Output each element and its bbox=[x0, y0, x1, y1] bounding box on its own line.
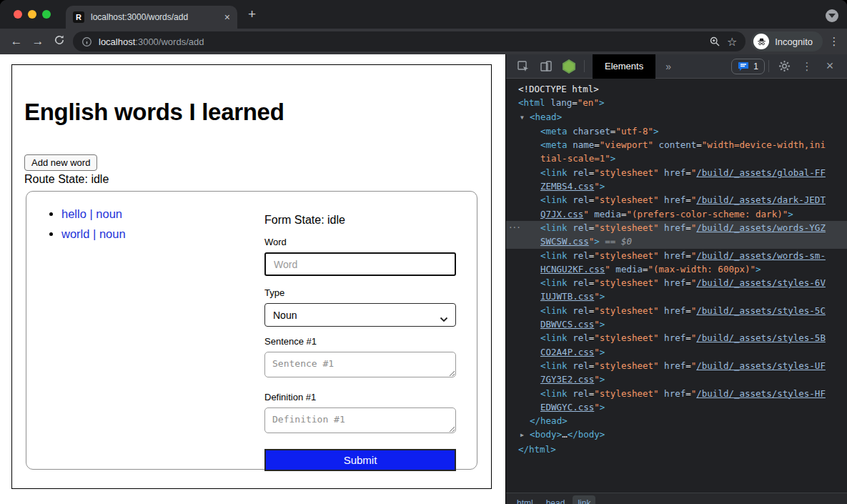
tree-line[interactable]: SWCSW.css"> == $0 bbox=[506, 234, 847, 248]
issues-badge[interactable]: 1 bbox=[731, 59, 765, 74]
tree-line[interactable]: ···<link rel="stylesheet" href="/build/_… bbox=[506, 221, 847, 234]
expand-arrow-icon[interactable]: ▼ bbox=[520, 111, 530, 124]
page-info-icon[interactable] bbox=[81, 36, 92, 47]
tree-line[interactable]: <link rel="stylesheet" href="/build/_ass… bbox=[506, 331, 847, 345]
incognito-badge: Incognito bbox=[751, 31, 823, 51]
incognito-label: Incognito bbox=[775, 36, 813, 47]
tree-line[interactable]: ZEMBS4.css"> bbox=[506, 179, 847, 193]
tree-line[interactable]: HCNGU2KF.css" media="(max-width: 600px)"… bbox=[506, 262, 847, 276]
tree-line[interactable]: IUJWTB.css"> bbox=[506, 290, 847, 303]
tree-line[interactable]: <meta charset="utf-8"> bbox=[506, 124, 847, 138]
tree-line[interactable]: <link rel="stylesheet" href="/build/_ass… bbox=[506, 276, 847, 290]
sentence-textarea[interactable] bbox=[264, 352, 456, 377]
browser-menu-button[interactable]: ⋮ bbox=[827, 35, 841, 48]
definition-field-label: Definition #1 bbox=[264, 392, 456, 403]
reload-button[interactable] bbox=[49, 34, 70, 49]
tree-line[interactable]: <link rel="stylesheet" href="/build/_ass… bbox=[506, 304, 847, 317]
type-select[interactable]: Noun bbox=[264, 303, 456, 327]
traffic-lights bbox=[14, 10, 51, 19]
reload-icon bbox=[54, 34, 65, 46]
breadcrumb-item[interactable]: head bbox=[541, 495, 570, 504]
tree-line[interactable]: Q7JX.css" media="(prefers-color-scheme: … bbox=[506, 207, 847, 221]
tree-line[interactable]: CO2A4P.css"> bbox=[506, 345, 847, 359]
tree-line[interactable]: <link rel="stylesheet" href="/build/_ass… bbox=[506, 166, 847, 179]
collapse-arrow-icon[interactable]: ▶ bbox=[520, 428, 530, 442]
tab-title: localhost:3000/words/add bbox=[91, 12, 218, 22]
remix-favicon: R bbox=[73, 11, 84, 23]
minimize-window-button[interactable] bbox=[28, 10, 36, 19]
definition-textarea[interactable] bbox=[264, 407, 456, 433]
tab-strip: R localhost:3000/words/add × + bbox=[0, 0, 847, 29]
bookmark-star-icon[interactable]: ☆ bbox=[727, 35, 737, 49]
tree-line[interactable]: <html lang="en"> bbox=[506, 96, 847, 109]
word-field-label: Word bbox=[264, 237, 456, 248]
line-options-icon[interactable]: ··· bbox=[508, 221, 520, 234]
tree-line[interactable]: EDWGYC.css"> bbox=[506, 400, 847, 414]
tree-line[interactable]: <meta name="viewport" content="width=dev… bbox=[506, 138, 847, 152]
devtools-close-button[interactable]: × bbox=[823, 59, 837, 74]
address-bar[interactable]: localhost:3000/words/add ☆ bbox=[73, 31, 746, 51]
route-state-text: Route State: idle bbox=[24, 173, 109, 186]
issue-count: 1 bbox=[753, 61, 758, 71]
word-list: hello | nounworld | noun bbox=[36, 207, 126, 247]
toolbar-divider bbox=[584, 60, 585, 72]
tab-search-button[interactable] bbox=[826, 9, 838, 22]
tree-line[interactable]: ▼<head> bbox=[506, 110, 847, 124]
tree-line[interactable]: 7GY3E2.css"> bbox=[506, 372, 847, 386]
word-input[interactable] bbox=[264, 252, 456, 276]
form-state-text: Form State: idle bbox=[264, 213, 456, 227]
new-tab-button[interactable]: + bbox=[248, 6, 256, 22]
web-page: English words I learned Add new word Rou… bbox=[0, 54, 505, 504]
maximize-window-button[interactable] bbox=[42, 10, 51, 19]
tree-line[interactable]: <link rel="stylesheet" href="/build/_ass… bbox=[506, 359, 847, 372]
tree-line[interactable]: <link rel="stylesheet" href="/build/_ass… bbox=[506, 387, 847, 400]
add-new-word-button[interactable]: Add new word bbox=[24, 154, 97, 171]
tab-elements[interactable]: Elements bbox=[593, 54, 655, 79]
message-bubble-icon bbox=[738, 61, 749, 71]
devtools-menu-button[interactable]: ⋮ bbox=[800, 60, 814, 73]
tree-line[interactable]: <link rel="stylesheet" href="/build/_ass… bbox=[506, 193, 847, 207]
settings-gear-button[interactable] bbox=[777, 60, 791, 72]
forward-button[interactable]: → bbox=[27, 34, 49, 49]
navigation-toolbar: ← → localhost:3000/words/add ☆ Incognito… bbox=[0, 29, 847, 54]
tree-line[interactable]: </html> bbox=[506, 443, 847, 456]
browser-tab[interactable]: R localhost:3000/words/add × bbox=[66, 6, 237, 29]
tree-line[interactable]: <!DOCTYPE html> bbox=[506, 82, 847, 96]
word-link[interactable]: world | noun bbox=[61, 227, 126, 240]
word-list-item: world | noun bbox=[61, 227, 126, 241]
tree-line[interactable]: DBWVCS.css"> bbox=[506, 317, 847, 331]
incognito-icon bbox=[753, 34, 769, 49]
element-breadcrumbs: htmlheadlink bbox=[506, 493, 847, 504]
tab-close-icon[interactable]: × bbox=[224, 12, 230, 22]
breadcrumb-item[interactable]: html bbox=[512, 495, 538, 504]
url-text: localhost:3000/words/add bbox=[99, 36, 703, 47]
inspect-element-button[interactable] bbox=[516, 60, 530, 73]
chevron-down-icon bbox=[828, 14, 836, 18]
dom-tree: <!DOCTYPE html><html lang="en">▼<head><m… bbox=[506, 79, 847, 493]
type-field-label: Type bbox=[264, 287, 456, 299]
breadcrumb-item[interactable]: link bbox=[573, 495, 595, 504]
back-button[interactable]: ← bbox=[6, 34, 27, 49]
page-title: English words I learned bbox=[24, 99, 284, 126]
node-icon bbox=[562, 59, 576, 74]
word-link[interactable]: hello | noun bbox=[61, 207, 122, 220]
zoom-icon[interactable] bbox=[709, 36, 720, 47]
toolbar-divider bbox=[768, 60, 769, 72]
tree-line[interactable]: ▶<body>…</body> bbox=[506, 428, 847, 442]
tree-line[interactable]: tial-scale=1"> bbox=[506, 152, 847, 165]
add-word-form: Form State: idle Word Type Noun Sentence… bbox=[264, 213, 456, 471]
submit-button[interactable]: Submit bbox=[264, 449, 456, 471]
word-list-item: hello | noun bbox=[61, 207, 126, 221]
devtools-panel: Elements » 1 ⋮ × <!DOCTYPE html><html la… bbox=[505, 54, 847, 504]
tree-line[interactable]: <link rel="stylesheet" href="/build/_ass… bbox=[506, 249, 847, 262]
device-toolbar-button[interactable] bbox=[539, 60, 553, 73]
sentence-field-label: Sentence #1 bbox=[264, 336, 456, 347]
browser-window: R localhost:3000/words/add × + ← → local… bbox=[0, 0, 847, 504]
close-window-button[interactable] bbox=[14, 10, 22, 19]
tree-line[interactable]: </head> bbox=[506, 414, 847, 428]
devtools-toolbar: Elements » 1 ⋮ × bbox=[506, 54, 847, 79]
more-tabs-button[interactable]: » bbox=[665, 61, 671, 72]
